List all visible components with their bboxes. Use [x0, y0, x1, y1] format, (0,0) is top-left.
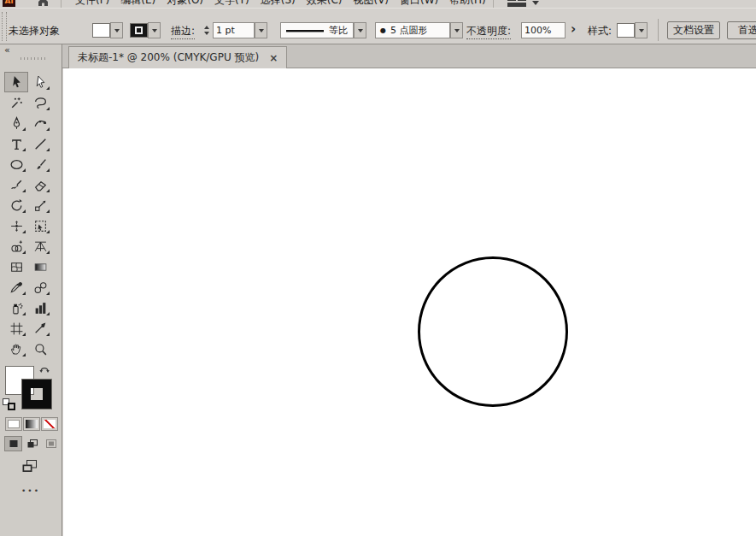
canvas[interactable]	[63, 68, 756, 536]
home-icon[interactable]	[38, 0, 49, 7]
eyedropper-tool[interactable]	[4, 277, 28, 297]
swap-fill-stroke-icon[interactable]	[38, 364, 51, 376]
control-bar: 未选择对象 描边: 等比 ● 5 点圆形 不透明度: › 样式: 文档设置 首选…	[0, 8, 756, 44]
document-tab-title: 未标题-1* @ 200% (CMYK/GPU 预览)	[78, 50, 259, 65]
eraser-tool[interactable]	[28, 174, 52, 195]
menu-item-help[interactable]: 帮助(H)	[449, 0, 485, 8]
menu-item-object[interactable]: 对象(O)	[167, 0, 203, 8]
brush-definition-combo[interactable]: ● 5 点圆形	[375, 22, 450, 38]
lasso-tool[interactable]	[28, 92, 52, 113]
slice-tool[interactable]	[28, 318, 52, 339]
opacity-panel-link[interactable]: 不透明度:	[466, 24, 511, 39]
type-tool[interactable]	[4, 133, 28, 154]
draw-behind-mode-button[interactable]	[23, 436, 41, 451]
symbol-sprayer-tool[interactable]	[4, 297, 28, 318]
default-fill-stroke-icon[interactable]	[3, 398, 16, 410]
menubar-separator	[61, 0, 62, 8]
menu-item-type[interactable]: 文字(T)	[214, 0, 249, 8]
scale-tool[interactable]	[28, 195, 52, 215]
width-profile-value: 等比	[329, 24, 348, 37]
gradient-button[interactable]	[23, 417, 40, 431]
pen-tool[interactable]	[4, 113, 28, 133]
curvature-tool[interactable]	[28, 113, 52, 133]
illustrator-app-icon[interactable]: Ai	[3, 0, 15, 7]
ellipse-tool[interactable]	[4, 154, 28, 174]
hand-tool[interactable]	[4, 339, 28, 359]
rotate-tool[interactable]	[4, 195, 28, 215]
zoom-tool[interactable]	[28, 339, 52, 359]
tool-grid	[4, 72, 52, 359]
draw-inside-mode-button[interactable]	[42, 436, 60, 451]
stroke-weight-dropdown[interactable]	[255, 22, 267, 38]
width-tool[interactable]	[4, 215, 28, 236]
menu-item-edit[interactable]: 编辑(E)	[120, 0, 155, 8]
edit-toolbar-ellipsis-button[interactable]: •••	[0, 486, 62, 495]
fill-color-dropdown[interactable]	[110, 22, 123, 38]
menu-item-view[interactable]: 视图(V)	[353, 0, 389, 8]
document-setup-button[interactable]: 文档设置	[667, 21, 720, 39]
width-profile-dropdown[interactable]	[354, 22, 366, 38]
preferences-button[interactable]: 首选项	[727, 21, 756, 39]
document-tab-bar: 未标题-1* @ 200% (CMYK/GPU 预览) ×	[62, 44, 756, 68]
menu-item-effect[interactable]: 效果(C)	[307, 0, 343, 8]
tools-panel: « •••	[0, 44, 62, 536]
menu-item-file[interactable]: 文件(F)	[75, 0, 109, 8]
stroke-color-proxy[interactable]	[22, 380, 51, 409]
screen-mode-button[interactable]	[21, 458, 39, 475]
stroke-weight-stepper[interactable]	[202, 22, 211, 38]
selection-status-label: 未选择对象	[9, 24, 60, 38]
stroke-color-dropdown[interactable]	[148, 22, 161, 38]
selection-tool[interactable]	[4, 72, 28, 92]
fill-color-swatch[interactable]	[92, 23, 110, 38]
opacity-input[interactable]	[521, 22, 566, 38]
close-tab-icon[interactable]: ×	[269, 52, 278, 64]
none-button[interactable]	[41, 417, 58, 431]
brush-definition-dropdown[interactable]	[450, 22, 463, 38]
column-graph-tool[interactable]	[28, 297, 52, 318]
line-segment-tool[interactable]	[28, 133, 52, 154]
menubar-separator	[493, 0, 494, 8]
collapse-panel-button[interactable]: «	[4, 44, 9, 56]
direct-selection-tool[interactable]	[28, 72, 52, 92]
color-button[interactable]	[5, 417, 22, 431]
document-tab[interactable]: 未标题-1* @ 200% (CMYK/GPU 预览) ×	[68, 46, 287, 68]
style-dropdown[interactable]	[635, 22, 648, 38]
stroke-panel-link[interactable]: 描边:	[171, 24, 195, 39]
stroke-weight-input[interactable]	[213, 22, 255, 38]
stroke-profile-preview	[285, 27, 325, 34]
draw-normal-mode-button[interactable]	[4, 436, 22, 451]
tools-panel-grip[interactable]	[21, 57, 48, 60]
brush-definition-value: 5 点圆形	[390, 24, 428, 37]
workspace-switcher-icon[interactable]	[507, 0, 528, 7]
artboard-tool[interactable]	[4, 318, 28, 339]
style-label: 样式:	[588, 24, 612, 38]
free-transform-tool[interactable]	[28, 215, 52, 236]
brush-preview-dot: ●	[380, 27, 386, 34]
mesh-tool[interactable]	[4, 256, 28, 277]
chevron-down-icon[interactable]	[532, 1, 539, 8]
magic-wand-tool[interactable]	[4, 92, 28, 113]
paintbrush-tool[interactable]	[28, 154, 52, 174]
control-bar-separator	[658, 19, 659, 41]
style-swatch[interactable]	[617, 23, 635, 38]
shape-builder-tool[interactable]	[4, 236, 28, 256]
more-options-button[interactable]: ›	[571, 21, 576, 38]
menu-items: 文件(F)编辑(E)对象(O)文字(T)选择(S)效果(C)视图(V)窗口(W)…	[75, 0, 486, 8]
stroke-color-swatch[interactable]	[130, 23, 148, 38]
shaper-tool[interactable]	[4, 174, 28, 195]
menu-bar: Ai 文件(F)编辑(E)对象(O)文字(T)选择(S)效果(C)视图(V)窗口…	[0, 0, 756, 8]
control-bar-grip[interactable]	[2, 12, 7, 41]
ellipse-shape[interactable]	[418, 256, 568, 407]
perspective-grid-tool[interactable]	[28, 236, 52, 256]
default-stroke-glyph	[8, 403, 15, 410]
menu-item-window[interactable]: 窗口(W)	[400, 0, 438, 8]
width-profile-combo[interactable]: 等比	[280, 22, 354, 38]
stroke-swatch-glyph	[135, 27, 143, 34]
menu-item-select[interactable]: 选择(S)	[261, 0, 296, 8]
blend-tool[interactable]	[28, 277, 52, 297]
gradient-tool[interactable]	[28, 256, 52, 277]
illustrator-window: Ai 文件(F)编辑(E)对象(O)文字(T)选择(S)效果(C)视图(V)窗口…	[0, 0, 756, 536]
